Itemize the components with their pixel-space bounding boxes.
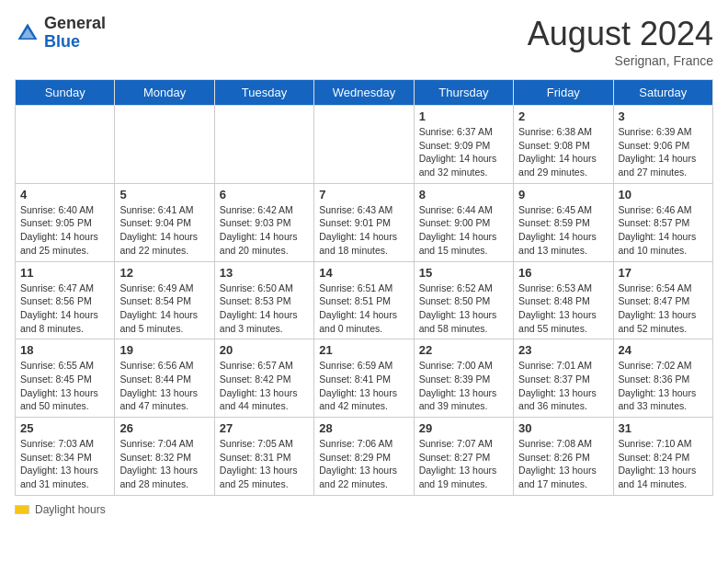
- day-cell: 31Sunrise: 7:10 AM Sunset: 8:24 PM Dayli…: [613, 418, 712, 496]
- day-header-tuesday: Tuesday: [214, 80, 313, 106]
- day-number: 4: [20, 188, 109, 201]
- day-info: Sunrise: 7:07 AM Sunset: 8:27 PM Dayligh…: [419, 437, 508, 491]
- day-cell: 11Sunrise: 6:47 AM Sunset: 8:56 PM Dayli…: [16, 261, 115, 339]
- day-info: Sunrise: 7:10 AM Sunset: 8:24 PM Dayligh…: [619, 437, 708, 491]
- day-info: Sunrise: 6:56 AM Sunset: 8:44 PM Dayligh…: [119, 359, 209, 413]
- day-cell: 18Sunrise: 6:55 AM Sunset: 8:45 PM Dayli…: [16, 339, 115, 418]
- day-info: Sunrise: 6:45 AM Sunset: 8:59 PM Dayligh…: [518, 203, 608, 258]
- day-info: Sunrise: 6:57 AM Sunset: 8:42 PM Dayligh…: [220, 359, 309, 413]
- day-info: Sunrise: 6:49 AM Sunset: 8:54 PM Dayligh…: [119, 282, 209, 336]
- day-cell: [115, 106, 214, 184]
- day-cell: [16, 106, 115, 184]
- day-info: Sunrise: 6:50 AM Sunset: 8:53 PM Dayligh…: [220, 282, 309, 336]
- day-cell: 2Sunrise: 6:38 AM Sunset: 9:08 PM Daylig…: [514, 106, 613, 184]
- day-header-saturday: Saturday: [613, 80, 712, 106]
- day-cell: 25Sunrise: 7:03 AM Sunset: 8:34 PM Dayli…: [16, 418, 115, 496]
- day-number: 7: [319, 188, 408, 201]
- day-info: Sunrise: 6:47 AM Sunset: 8:56 PM Dayligh…: [20, 282, 109, 336]
- day-header-friday: Friday: [514, 80, 613, 106]
- day-number: 25: [20, 421, 109, 435]
- day-cell: 7Sunrise: 6:43 AM Sunset: 9:01 PM Daylig…: [314, 183, 414, 261]
- day-number: 17: [619, 266, 708, 280]
- day-cell: 13Sunrise: 6:50 AM Sunset: 8:53 PM Dayli…: [214, 261, 313, 339]
- day-cell: [314, 106, 414, 184]
- title-area: August 2024 Serignan, France: [528, 15, 713, 68]
- day-info: Sunrise: 7:08 AM Sunset: 8:26 PM Dayligh…: [518, 437, 608, 491]
- day-number: 8: [419, 188, 508, 201]
- day-info: Sunrise: 7:04 AM Sunset: 8:32 PM Dayligh…: [119, 437, 209, 491]
- week-row-2: 4Sunrise: 6:40 AM Sunset: 9:05 PM Daylig…: [16, 183, 713, 261]
- day-number: 19: [119, 343, 209, 357]
- day-number: 10: [619, 188, 708, 201]
- day-cell: 8Sunrise: 6:44 AM Sunset: 9:00 PM Daylig…: [414, 183, 513, 261]
- day-cell: [214, 106, 313, 184]
- day-info: Sunrise: 6:40 AM Sunset: 9:05 PM Dayligh…: [20, 203, 109, 258]
- day-cell: 6Sunrise: 6:42 AM Sunset: 9:03 PM Daylig…: [214, 183, 313, 261]
- day-cell: 23Sunrise: 7:01 AM Sunset: 8:37 PM Dayli…: [514, 339, 613, 418]
- day-cell: 3Sunrise: 6:39 AM Sunset: 9:06 PM Daylig…: [613, 106, 712, 184]
- day-info: Sunrise: 6:37 AM Sunset: 9:09 PM Dayligh…: [419, 125, 508, 179]
- day-number: 5: [119, 188, 209, 201]
- week-row-1: 1Sunrise: 6:37 AM Sunset: 9:09 PM Daylig…: [16, 106, 713, 184]
- day-cell: 5Sunrise: 6:41 AM Sunset: 9:04 PM Daylig…: [115, 183, 214, 261]
- logo-icon: [15, 20, 40, 46]
- day-header-wednesday: Wednesday: [314, 80, 414, 106]
- logo-text: General Blue: [44, 15, 106, 52]
- day-info: Sunrise: 7:01 AM Sunset: 8:37 PM Dayligh…: [518, 359, 608, 413]
- day-number: 21: [319, 343, 408, 357]
- day-number: 12: [119, 266, 209, 280]
- logo: General Blue: [15, 15, 106, 52]
- week-row-3: 11Sunrise: 6:47 AM Sunset: 8:56 PM Dayli…: [16, 261, 713, 339]
- logo-blue-text: Blue: [44, 33, 106, 52]
- legend: Daylight hours: [15, 503, 713, 516]
- day-number: 28: [319, 421, 408, 435]
- day-number: 29: [419, 421, 508, 435]
- month-title: August 2024: [528, 15, 713, 53]
- day-number: 16: [518, 266, 608, 280]
- day-info: Sunrise: 6:59 AM Sunset: 8:41 PM Dayligh…: [319, 359, 408, 413]
- day-header-sunday: Sunday: [16, 80, 115, 106]
- day-info: Sunrise: 6:46 AM Sunset: 8:57 PM Dayligh…: [619, 203, 708, 258]
- day-number: 9: [518, 188, 608, 201]
- day-info: Sunrise: 7:03 AM Sunset: 8:34 PM Dayligh…: [20, 437, 109, 491]
- day-info: Sunrise: 6:39 AM Sunset: 9:06 PM Dayligh…: [619, 125, 708, 179]
- day-info: Sunrise: 6:41 AM Sunset: 9:04 PM Dayligh…: [119, 203, 209, 258]
- day-number: 20: [220, 343, 309, 357]
- day-cell: 30Sunrise: 7:08 AM Sunset: 8:26 PM Dayli…: [514, 418, 613, 496]
- legend-label: Daylight hours: [35, 503, 106, 516]
- day-cell: 1Sunrise: 6:37 AM Sunset: 9:09 PM Daylig…: [414, 106, 513, 184]
- day-number: 18: [20, 343, 109, 357]
- day-cell: 20Sunrise: 6:57 AM Sunset: 8:42 PM Dayli…: [214, 339, 313, 418]
- day-number: 11: [20, 266, 109, 280]
- day-info: Sunrise: 6:52 AM Sunset: 8:50 PM Dayligh…: [419, 282, 508, 336]
- day-cell: 26Sunrise: 7:04 AM Sunset: 8:32 PM Dayli…: [115, 418, 214, 496]
- day-info: Sunrise: 6:43 AM Sunset: 9:01 PM Dayligh…: [319, 203, 408, 258]
- header: General Blue August 2024 Serignan, Franc…: [15, 15, 713, 68]
- day-info: Sunrise: 6:44 AM Sunset: 9:00 PM Dayligh…: [419, 203, 508, 258]
- day-number: 27: [220, 421, 309, 435]
- day-cell: 10Sunrise: 6:46 AM Sunset: 8:57 PM Dayli…: [613, 183, 712, 261]
- day-cell: 21Sunrise: 6:59 AM Sunset: 8:41 PM Dayli…: [314, 339, 414, 418]
- day-info: Sunrise: 7:00 AM Sunset: 8:39 PM Dayligh…: [419, 359, 508, 413]
- day-number: 22: [419, 343, 508, 357]
- legend-color-box: [15, 505, 29, 514]
- day-number: 23: [518, 343, 608, 357]
- day-cell: 16Sunrise: 6:53 AM Sunset: 8:48 PM Dayli…: [514, 261, 613, 339]
- day-number: 3: [619, 109, 708, 123]
- day-info: Sunrise: 7:05 AM Sunset: 8:31 PM Dayligh…: [220, 437, 309, 491]
- day-cell: 24Sunrise: 7:02 AM Sunset: 8:36 PM Dayli…: [613, 339, 712, 418]
- day-cell: 14Sunrise: 6:51 AM Sunset: 8:51 PM Dayli…: [314, 261, 414, 339]
- day-header-monday: Monday: [115, 80, 214, 106]
- day-info: Sunrise: 6:54 AM Sunset: 8:47 PM Dayligh…: [619, 282, 708, 336]
- day-info: Sunrise: 6:38 AM Sunset: 9:08 PM Dayligh…: [518, 125, 608, 179]
- logo-general-text: General: [44, 15, 106, 33]
- day-number: 30: [518, 421, 608, 435]
- day-number: 2: [518, 109, 608, 123]
- day-cell: 27Sunrise: 7:05 AM Sunset: 8:31 PM Dayli…: [214, 418, 313, 496]
- day-number: 13: [220, 266, 309, 280]
- location-subtitle: Serignan, France: [528, 53, 713, 68]
- day-cell: 22Sunrise: 7:00 AM Sunset: 8:39 PM Dayli…: [414, 339, 513, 418]
- day-cell: 9Sunrise: 6:45 AM Sunset: 8:59 PM Daylig…: [514, 183, 613, 261]
- day-number: 1: [419, 109, 508, 123]
- day-cell: 4Sunrise: 6:40 AM Sunset: 9:05 PM Daylig…: [16, 183, 115, 261]
